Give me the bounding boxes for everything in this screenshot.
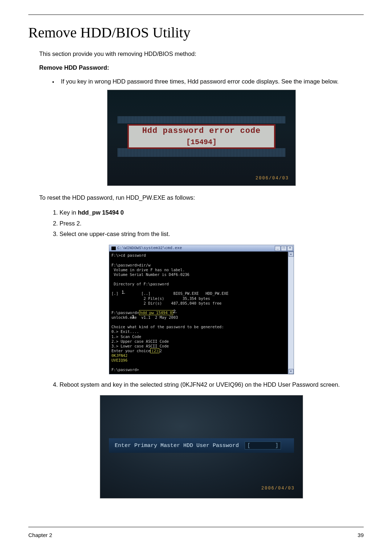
photo-date: 2006/04/03 — [256, 175, 289, 182]
rule-top — [28, 15, 364, 15]
step-1-pre: Key in — [60, 209, 78, 216]
hdd-error-box: Hdd password error code [15494] — [127, 124, 275, 149]
step-4: Reboot system and key in the selected st… — [60, 379, 364, 390]
bullet-dot: • — [52, 77, 61, 86]
footer-left: Chapter 2 — [28, 532, 52, 538]
bullet-text: If you key in wrong HDD password three t… — [61, 77, 364, 86]
photo-date: 2006/04/03 — [261, 485, 295, 492]
highlight-choice: (2) — [150, 348, 159, 353]
hdd-password-prompt-photo: Enter Primary Master HDD User Password [… — [100, 395, 303, 499]
cmd-terminal: ▴ ▾ F:\>cd password F:\password>dir/w Vo… — [109, 252, 294, 374]
cmd-window: C:\WINDOWS\system32\cmd.exe _□× ▴ ▾ F:\>… — [109, 245, 294, 374]
scanline-band — [118, 116, 285, 123]
generated-code-1: 0KJFN42 — [111, 353, 127, 358]
bullet-item: • If you key in wrong HDD password three… — [52, 77, 364, 86]
hdd-password-bar: Enter Primary Master HDD User Password [… — [109, 438, 294, 453]
generated-code-2: UVEIQ96 — [111, 358, 127, 362]
page: Remove HDD/BIOS Utility This section pro… — [0, 0, 392, 549]
maximize-button[interactable]: □ — [281, 246, 287, 251]
scroll-up-icon[interactable]: ▴ — [289, 252, 294, 257]
footer-right: 39 — [358, 532, 364, 538]
steps-list-a: Key in hdd_pw 15494 0 Press 2. Select on… — [60, 207, 364, 240]
rule-bottom — [28, 527, 364, 527]
close-button[interactable]: × — [287, 246, 293, 251]
bracket-right: ] — [275, 442, 278, 450]
cmd-icon — [111, 247, 116, 250]
window-buttons: _□× — [274, 245, 293, 251]
annotation-2: 2. — [173, 309, 177, 315]
hdd-error-photo: Hdd password error code [15494] 2006/04/… — [107, 90, 296, 186]
highlight-cmd: hdd_pw 15494 0 — [139, 310, 173, 315]
reset-instruction: To reset the HDD password, run HDD_PW.EX… — [39, 194, 364, 202]
body: This section provide you with removing H… — [39, 50, 364, 501]
step-2: Press 2. — [60, 218, 364, 229]
remove-hdd-heading: Remove HDD Password: — [39, 64, 364, 72]
bracket-left: [ — [247, 442, 250, 450]
annotation-3: 3. — [132, 314, 135, 320]
hdd-error-line2: [15494] — [186, 137, 217, 147]
scrollbar[interactable]: ▴ ▾ — [288, 252, 294, 374]
intro-text: This section provide you with removing H… — [39, 50, 364, 58]
terminal-output: F:\>cd password F:\password>dir/w Volume… — [111, 253, 291, 372]
scroll-down-icon[interactable]: ▾ — [289, 369, 294, 374]
scanline-band — [118, 148, 285, 157]
hdd-password-label: Enter Primary Master HDD User Password — [115, 442, 239, 450]
steps-list-b: Reboot system and key in the selected st… — [60, 379, 364, 390]
step-3: Select one upper-case string from the li… — [60, 229, 364, 240]
cmd-titlebar: C:\WINDOWS\system32\cmd.exe _□× — [109, 245, 294, 252]
step-1: Key in hdd_pw 15494 0 — [60, 207, 364, 218]
cmd-title-text: C:\WINDOWS\system32\cmd.exe — [117, 245, 182, 251]
page-title: Remove HDD/BIOS Utility — [28, 24, 364, 41]
hdd-password-field[interactable]: [ ] — [245, 442, 281, 450]
figure-2-wrap: C:\WINDOWS\system32\cmd.exe _□× ▴ ▾ F:\>… — [39, 245, 364, 374]
annotation-1: 1. — [122, 289, 125, 296]
figure-1-wrap: Hdd password error code [15494] 2006/04/… — [39, 90, 364, 188]
page-footer: Chapter 2 39 — [28, 532, 364, 538]
minimize-button[interactable]: _ — [275, 246, 281, 251]
figure-3-wrap: Enter Primary Master HDD User Password [… — [39, 395, 364, 501]
step-1-cmd: hdd_pw 15494 0 — [78, 209, 124, 216]
hdd-error-line1: Hdd password error code — [142, 125, 261, 137]
